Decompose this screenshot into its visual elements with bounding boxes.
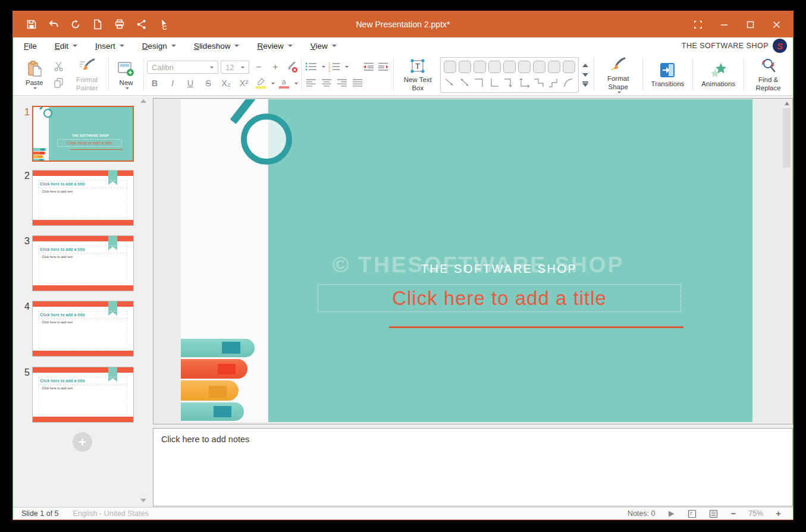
shape-rounded-rect[interactable] bbox=[472, 59, 487, 75]
align-center-button[interactable] bbox=[320, 77, 333, 89]
italic-button[interactable]: I bbox=[165, 78, 180, 88]
increase-font-button[interactable]: + bbox=[268, 61, 283, 73]
shape-rounded-rect[interactable] bbox=[457, 59, 472, 75]
increase-indent-button[interactable] bbox=[377, 61, 390, 73]
find-replace-icon bbox=[760, 57, 777, 75]
shape-rounded-rect[interactable] bbox=[443, 59, 457, 75]
menu-review[interactable]: Review bbox=[250, 37, 299, 54]
font-size-select[interactable]: 12 bbox=[221, 61, 249, 74]
share-icon[interactable] bbox=[136, 19, 147, 30]
bold-button[interactable]: B bbox=[147, 78, 162, 88]
gallery-up-button[interactable] bbox=[581, 62, 589, 69]
outline-view-icon[interactable] bbox=[709, 509, 718, 518]
title-placeholder[interactable]: Click here to add a title bbox=[318, 284, 681, 312]
connector-stair-2[interactable] bbox=[547, 75, 562, 91]
menu-slideshow[interactable]: Slideshow bbox=[187, 37, 247, 54]
slide-thumbnail-1[interactable]: THE SOFTWARE SHOP Click here to add a ti… bbox=[32, 106, 134, 162]
chevron-down-icon[interactable] bbox=[294, 83, 298, 84]
connector-curve[interactable] bbox=[562, 75, 576, 91]
shape-rounded-rect[interactable] bbox=[517, 59, 532, 75]
format-shape-button[interactable]: Format Shape bbox=[597, 55, 639, 95]
new-text-box-button[interactable]: T New Text Box bbox=[397, 56, 439, 94]
font-group: Calibri 12 − + B I U S X₂ X² a bbox=[147, 56, 298, 93]
shape-rounded-rect[interactable] bbox=[547, 59, 562, 75]
redo-icon[interactable] bbox=[70, 19, 81, 30]
scrollbar-thumb[interactable] bbox=[783, 108, 791, 168]
shape-rounded-rect[interactable] bbox=[562, 59, 576, 75]
panel-scroll-down[interactable] bbox=[138, 499, 149, 505]
bullet-list-button[interactable] bbox=[305, 61, 318, 73]
connector-elbow-arrow[interactable] bbox=[502, 75, 517, 91]
zoom-out-button[interactable]: − bbox=[730, 509, 736, 518]
chevron-down-icon[interactable] bbox=[271, 83, 275, 84]
chevron-down-icon[interactable] bbox=[322, 66, 325, 68]
menu-edit[interactable]: Edit bbox=[48, 37, 84, 54]
subscript-button[interactable]: X₂ bbox=[218, 78, 234, 88]
font-color-button[interactable]: a bbox=[277, 78, 290, 89]
shape-rounded-rect[interactable] bbox=[502, 59, 517, 75]
undo-icon[interactable] bbox=[48, 19, 59, 30]
decrease-indent-button[interactable] bbox=[362, 61, 375, 73]
align-left-button[interactable] bbox=[305, 77, 318, 89]
cut-button[interactable] bbox=[52, 61, 65, 73]
slide-canvas[interactable]: © THESOFTWARE SHOP THE SOFTWARE SHOP Cli… bbox=[181, 99, 752, 422]
menu-design[interactable]: Design bbox=[135, 37, 183, 54]
slide-thumbnail-4[interactable]: Click here to add a title · Click here t… bbox=[32, 301, 134, 357]
gallery-more-button[interactable] bbox=[581, 81, 589, 88]
svg-text:3: 3 bbox=[328, 69, 331, 72]
connector-double-arrow[interactable] bbox=[457, 75, 472, 91]
copy-button[interactable] bbox=[52, 77, 65, 89]
chevron-down-icon bbox=[288, 45, 293, 47]
minimize-icon[interactable] bbox=[713, 15, 735, 33]
slide-thumbnail-3[interactable]: Click here to add a title · Click here t… bbox=[32, 235, 134, 291]
titlebar: New Presentation 2.pptx* bbox=[13, 11, 793, 37]
close-icon[interactable] bbox=[766, 15, 787, 33]
format-painter-button[interactable]: Format Painter bbox=[68, 56, 105, 94]
print-icon[interactable] bbox=[114, 19, 125, 30]
menu-file[interactable]: File bbox=[17, 37, 44, 54]
highlight-button[interactable] bbox=[254, 78, 267, 89]
vertical-scrollbar[interactable] bbox=[783, 100, 791, 423]
clear-formatting-button[interactable] bbox=[285, 61, 298, 73]
transitions-button[interactable]: Transitions bbox=[646, 60, 690, 90]
notes-panel[interactable]: Click here to add notes bbox=[153, 428, 793, 506]
connector-elbow[interactable] bbox=[472, 75, 487, 91]
play-slideshow-icon[interactable] bbox=[667, 510, 675, 518]
slide-view-icon[interactable] bbox=[688, 509, 697, 518]
add-slide-button[interactable]: + bbox=[73, 432, 92, 452]
connector-arrow[interactable] bbox=[443, 75, 457, 91]
paste-button[interactable]: Paste bbox=[20, 59, 48, 90]
align-justify-button[interactable] bbox=[351, 77, 364, 89]
new-document-icon[interactable] bbox=[92, 19, 103, 30]
connector-elbow-2[interactable] bbox=[487, 75, 502, 91]
underline-button[interactable]: U bbox=[183, 78, 198, 88]
align-right-button[interactable] bbox=[335, 77, 349, 89]
find-replace-button[interactable]: Find & Replace bbox=[747, 56, 789, 94]
scrollbar-up-icon[interactable] bbox=[784, 101, 790, 106]
numbered-list-button[interactable]: 123 bbox=[328, 61, 341, 73]
fullscreen-icon[interactable] bbox=[687, 15, 708, 33]
slide-thumbnail-2[interactable]: Click here to add a title · Click here t… bbox=[32, 170, 134, 226]
save-icon[interactable] bbox=[26, 19, 37, 30]
new-slide-button[interactable]: New bbox=[112, 59, 140, 90]
shape-rounded-rect[interactable] bbox=[487, 59, 502, 75]
gallery-down-button[interactable] bbox=[581, 71, 589, 78]
decrease-font-button[interactable]: − bbox=[252, 61, 266, 73]
slide-thumbnail-5[interactable]: Click here to add a title · Click here t… bbox=[32, 367, 134, 423]
menu-insert[interactable]: Insert bbox=[88, 37, 131, 54]
language-status[interactable]: English - United States bbox=[73, 509, 149, 518]
zoom-in-button[interactable]: + bbox=[776, 509, 781, 518]
superscript-button[interactable]: X² bbox=[236, 78, 252, 88]
connector-stair[interactable] bbox=[532, 75, 547, 91]
shape-rounded-rect[interactable] bbox=[532, 59, 547, 75]
font-name-select[interactable]: Calibri bbox=[147, 61, 218, 74]
maximize-icon[interactable] bbox=[739, 15, 761, 33]
chevron-down-icon[interactable] bbox=[345, 66, 349, 68]
animations-button[interactable]: Animations bbox=[696, 60, 741, 90]
notes-count: Notes: 0 bbox=[628, 509, 656, 518]
connector-elbow-double-arrow[interactable] bbox=[517, 75, 532, 91]
menu-view[interactable]: View bbox=[303, 37, 344, 54]
presenter-pointer-icon[interactable] bbox=[158, 19, 169, 30]
panel-scroll-up[interactable] bbox=[138, 99, 149, 105]
strikethrough-button[interactable]: S bbox=[200, 78, 216, 88]
